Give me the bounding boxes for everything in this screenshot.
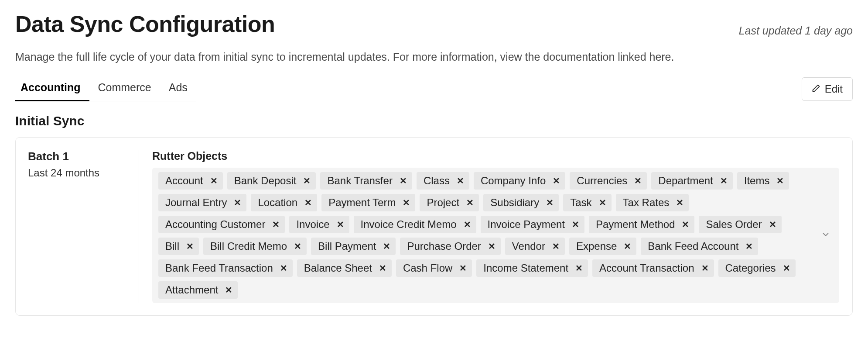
object-tag-label: Currencies (577, 175, 627, 187)
section-heading: Initial Sync (15, 114, 853, 128)
object-tag-label: Vendor (512, 240, 545, 252)
object-tag: Income Statement✕ (476, 259, 588, 277)
object-tag-label: Payment Method (596, 218, 675, 231)
rutter-objects-label: Rutter Objects (152, 150, 839, 162)
object-tag: Location✕ (251, 194, 317, 211)
close-icon[interactable]: ✕ (379, 264, 386, 273)
close-icon[interactable]: ✕ (776, 176, 784, 185)
object-tag: Attachment✕ (158, 281, 238, 299)
close-icon[interactable]: ✕ (701, 264, 709, 273)
object-tag-label: Expense (576, 240, 617, 252)
close-icon[interactable]: ✕ (186, 242, 194, 251)
edit-button-label: Edit (825, 83, 843, 95)
close-icon[interactable]: ✕ (210, 176, 218, 185)
close-icon[interactable]: ✕ (400, 176, 407, 185)
close-icon[interactable]: ✕ (403, 198, 410, 207)
object-tag-label: Journal Entry (165, 197, 227, 209)
object-tag-label: Class (424, 175, 450, 187)
chevron-down-icon[interactable] (821, 230, 830, 241)
batch-title: Batch 1 (28, 150, 130, 163)
object-tag-label: Location (258, 197, 297, 209)
close-icon[interactable]: ✕ (599, 198, 606, 207)
close-icon[interactable]: ✕ (720, 176, 728, 185)
close-icon[interactable]: ✕ (488, 242, 496, 251)
tabs-container: AccountingCommerceAds (15, 77, 196, 101)
tab-commerce[interactable]: Commerce (89, 77, 160, 101)
object-tag-label: Account (165, 175, 203, 187)
object-tag: Bank Deposit✕ (227, 172, 316, 190)
rutter-objects-multiselect[interactable]: Account✕Bank Deposit✕Bank Transfer✕Class… (152, 168, 839, 303)
edit-button[interactable]: Edit (802, 77, 853, 101)
object-tag: Bank Transfer✕ (320, 172, 412, 190)
close-icon[interactable]: ✕ (553, 176, 560, 185)
close-icon[interactable]: ✕ (225, 286, 232, 294)
object-tag: Accounting Customer✕ (158, 216, 285, 233)
close-icon[interactable]: ✕ (272, 220, 280, 229)
object-tag: Bill✕ (158, 238, 199, 255)
object-tag-label: Subsidiary (490, 197, 539, 209)
close-icon[interactable]: ✕ (280, 264, 287, 273)
edit-icon (812, 83, 820, 95)
close-icon[interactable]: ✕ (575, 264, 583, 273)
close-icon[interactable]: ✕ (383, 242, 390, 251)
object-tag: Payment Method✕ (589, 216, 694, 233)
object-tag-label: Bank Feed Transaction (165, 262, 273, 274)
object-tag-label: Bill (165, 240, 179, 252)
object-tag-label: Purchase Order (407, 240, 481, 252)
close-icon[interactable]: ✕ (337, 220, 344, 229)
object-tag-label: Invoice (296, 218, 329, 231)
object-tag-label: Income Statement (483, 262, 568, 274)
object-tag-label: Tax Rates (623, 197, 670, 209)
object-tag-label: Accounting Customer (165, 218, 265, 231)
close-icon[interactable]: ✕ (234, 198, 241, 207)
close-icon[interactable]: ✕ (303, 176, 311, 185)
tab-accounting[interactable]: Accounting (15, 77, 89, 101)
close-icon[interactable]: ✕ (304, 198, 312, 207)
close-icon[interactable]: ✕ (783, 264, 790, 273)
object-tag-label: Company Info (481, 175, 546, 187)
object-tag: Payment Term✕ (321, 194, 415, 211)
object-tag-label: Bank Feed Account (648, 240, 738, 252)
object-tag: Company Info✕ (474, 172, 565, 190)
object-tag: Bank Feed Account✕ (641, 238, 758, 255)
close-icon[interactable]: ✕ (676, 198, 683, 207)
object-tag-label: Bank Transfer (327, 175, 392, 187)
object-tag: Items✕ (737, 172, 789, 190)
batch-card: Batch 1 Last 24 months Rutter Objects Ac… (15, 137, 853, 316)
object-tag-label: Bill Credit Memo (210, 240, 287, 252)
object-tag-label: Items (744, 175, 770, 187)
close-icon[interactable]: ✕ (294, 242, 301, 251)
object-tag: Vendor✕ (505, 238, 565, 255)
object-tag: Expense✕ (569, 238, 636, 255)
object-tag: Currencies✕ (570, 172, 647, 190)
close-icon[interactable]: ✕ (459, 264, 467, 273)
batch-subtitle: Last 24 months (28, 167, 130, 179)
object-tag-label: Categories (725, 262, 776, 274)
object-tag: Project✕ (420, 194, 479, 211)
object-tag: Sales Order✕ (699, 216, 781, 233)
object-tag: Journal Entry✕ (158, 194, 246, 211)
close-icon[interactable]: ✕ (745, 242, 753, 251)
close-icon[interactable]: ✕ (572, 220, 579, 229)
object-tag: Invoice Payment✕ (481, 216, 584, 233)
object-tag-label: Department (658, 175, 713, 187)
close-icon[interactable]: ✕ (682, 220, 689, 229)
close-icon[interactable]: ✕ (546, 198, 554, 207)
object-tag: Task✕ (563, 194, 611, 211)
close-icon[interactable]: ✕ (769, 220, 776, 229)
object-tag-label: Sales Order (706, 218, 762, 231)
object-tag-label: Task (570, 197, 591, 209)
tab-ads[interactable]: Ads (160, 77, 196, 101)
batch-info: Batch 1 Last 24 months (28, 150, 139, 303)
object-tag-label: Account Transaction (599, 262, 694, 274)
close-icon[interactable]: ✕ (552, 242, 560, 251)
object-tag-label: Bank Deposit (234, 175, 297, 187)
close-icon[interactable]: ✕ (624, 242, 631, 251)
close-icon[interactable]: ✕ (466, 198, 474, 207)
object-tag: Account Transaction✕ (592, 259, 714, 277)
object-tag: Invoice Credit Memo✕ (354, 216, 476, 233)
close-icon[interactable]: ✕ (634, 176, 642, 185)
object-tag: Purchase Order✕ (400, 238, 500, 255)
close-icon[interactable]: ✕ (464, 220, 471, 229)
close-icon[interactable]: ✕ (457, 176, 464, 185)
